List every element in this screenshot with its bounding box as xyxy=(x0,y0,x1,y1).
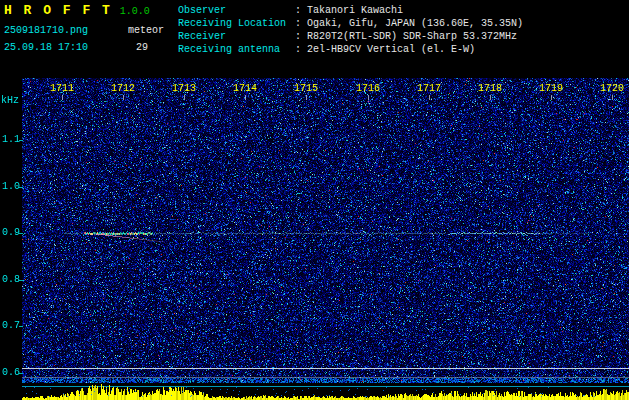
spectrogram-plot: kHz 1.1 1.0 0.9 0.8 0.7 0.6 1711 1712 17… xyxy=(0,75,629,400)
info-label: Receiving antenna xyxy=(178,43,295,56)
hrofft-window: H R O F F T 1.0.0 2509181710.png meteor … xyxy=(0,0,629,400)
time-label: 1717 xyxy=(417,83,441,94)
output-filename: 2509181710.png xyxy=(4,25,128,36)
info-label: Receiving Location xyxy=(178,17,295,30)
spectrogram-canvas xyxy=(0,75,629,400)
freq-label: 1.1 xyxy=(2,134,20,145)
time-label: 1713 xyxy=(172,83,196,94)
time-label: 1712 xyxy=(111,83,135,94)
info-label: Receiver xyxy=(178,30,295,43)
freq-label: 0.6 xyxy=(2,367,20,378)
time-label: 1715 xyxy=(294,83,318,94)
info-row-receiver: Receiver : R820T2(RTL-SDR) SDR-Sharp 53.… xyxy=(178,30,523,43)
timestamp-row: 25.09.18 17:10 29 xyxy=(4,42,148,53)
info-row-location: Receiving Location : Ogaki, Gifu, JAPAN … xyxy=(178,17,523,30)
header-bar: H R O F F T 1.0.0 2509181710.png meteor … xyxy=(0,0,629,75)
info-value: : Ogaki, Gifu, JAPAN (136.60E, 35.35N) xyxy=(295,17,523,30)
time-label: 1720 xyxy=(600,83,624,94)
time-label: 1716 xyxy=(356,83,380,94)
info-row-observer: Observer : Takanori Kawachi xyxy=(178,4,523,17)
station-info: Observer : Takanori Kawachi Receiving Lo… xyxy=(178,4,523,56)
mode-label: meteor xyxy=(128,25,164,36)
record-timestamp: 25.09.18 17:10 xyxy=(4,42,136,53)
freq-label: 0.9 xyxy=(2,227,20,238)
info-value: : R820T2(RTL-SDR) SDR-Sharp 53.372MHz xyxy=(295,30,517,43)
info-value: : 2el-HB9CV Vertical (el. E-W) xyxy=(295,43,475,56)
app-title: H R O F F T xyxy=(4,3,112,18)
echo-count: 29 xyxy=(136,42,148,53)
time-label: 1719 xyxy=(539,83,563,94)
time-label: 1718 xyxy=(478,83,502,94)
output-file-row: 2509181710.png meteor xyxy=(4,25,164,36)
info-row-antenna: Receiving antenna : 2el-HB9CV Vertical (… xyxy=(178,43,523,56)
freq-axis-unit: kHz xyxy=(1,95,19,106)
time-label: 1711 xyxy=(50,83,74,94)
app-title-row: H R O F F T 1.0.0 xyxy=(4,3,150,18)
info-label: Observer xyxy=(178,4,295,17)
time-label: 1714 xyxy=(233,83,257,94)
info-value: : Takanori Kawachi xyxy=(295,4,403,17)
freq-label: 0.7 xyxy=(2,320,20,331)
app-version: 1.0.0 xyxy=(120,6,150,17)
freq-label: 0.8 xyxy=(2,274,20,285)
freq-label: 1.0 xyxy=(2,181,20,192)
